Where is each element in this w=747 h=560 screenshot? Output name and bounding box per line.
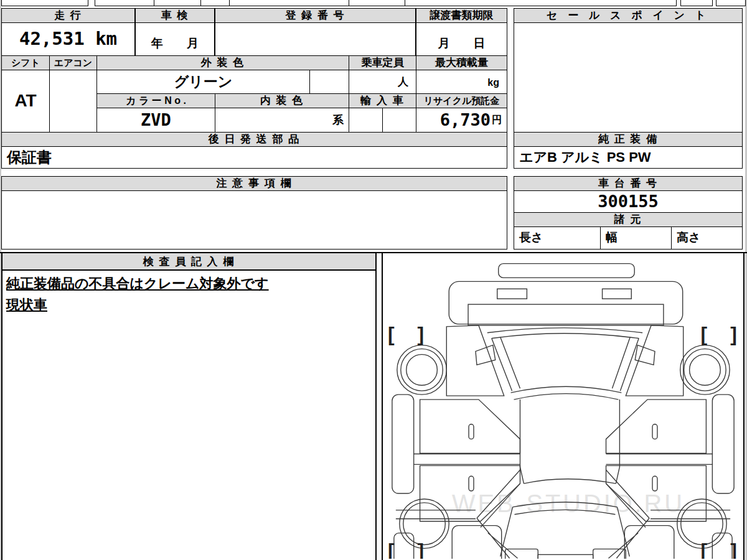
wheel-front-right <box>680 345 730 394</box>
car-diagram: WEB-STUDIO.RU <box>383 253 743 559</box>
max-load-value: kg <box>416 70 507 94</box>
later-parts-value: 保証書 <box>1 146 507 169</box>
sill-right <box>712 394 734 493</box>
spec-height-label: 高さ <box>677 231 700 245</box>
chassis-no-value-text: 300155 <box>598 192 659 211</box>
inspector-box: 検 査 員 記 入 欄 純正装備品の不具合はクレーム対象外です 現状車 <box>1 252 377 560</box>
exterior-color-value-text: グリーン <box>174 74 233 90</box>
transfer-deadline-header: 譲渡書類期限 <box>416 8 507 23</box>
a-pillar-left-inner <box>500 337 520 388</box>
import-car-header-label: 輸 入 車 <box>360 95 404 107</box>
a-pillar-left <box>492 338 512 391</box>
top-strip-cell <box>95 0 154 6</box>
max-load-unit: kg <box>487 77 499 88</box>
color-no-value: ZVD <box>96 108 215 133</box>
inspection-header-label: 車 検 <box>161 10 189 22</box>
exterior-color-header-label: 外 装 色 <box>201 57 245 69</box>
rear-bumper-left <box>505 549 538 559</box>
roof-side-left <box>520 399 524 483</box>
exterior-color-value: グリーン <box>96 70 310 94</box>
spec-height-cell: 高さ <box>671 226 743 250</box>
chassis-no-value: 300155 <box>514 190 743 213</box>
wheel-front-left <box>397 345 446 394</box>
wheel-front-left-rim <box>401 349 443 391</box>
genuine-equipment-value-text: エアB アルミ PS PW <box>519 150 651 165</box>
exterior-color-sub-cell <box>309 70 349 94</box>
capacity-header: 乗車定員 <box>349 55 416 70</box>
door-handle-front-left <box>469 424 474 439</box>
inspector-line: 現状車 <box>6 296 372 314</box>
inspection-value-text: 年 月 <box>151 37 199 50</box>
inspector-header-label: 検 査 員 記 入 欄 <box>143 254 235 269</box>
a-pillar-right-inner <box>612 337 630 388</box>
shift-header-label: シフト <box>11 58 40 68</box>
sales-point-header-label: セ ー ル ス ポ イ ン ト <box>547 10 710 22</box>
rear-quarter-right <box>624 526 674 559</box>
chassis-no-header-label: 車 台 番 号 <box>598 178 658 190</box>
wheel-rear-left <box>400 499 449 548</box>
transfer-deadline-value-text: 月 日 <box>438 37 486 50</box>
inspector-content: 純正装備品の不具合はクレーム対象外です 現状車 <box>2 271 375 319</box>
bracket-icon: ] <box>730 323 737 345</box>
roof-front-edge-inner <box>514 394 619 399</box>
mirror-left <box>476 345 496 365</box>
mileage-value: 42,531 km <box>1 22 135 56</box>
bracket-icon: [ <box>700 539 707 559</box>
max-load-header-label: 最大積載量 <box>435 57 488 69</box>
aircon-header: エアコン <box>49 55 97 70</box>
transfer-deadline-header-label: 譲渡書類期限 <box>430 10 494 22</box>
import-car-cell-1 <box>349 108 383 133</box>
top-strip-cell <box>200 0 230 6</box>
inspector-line: 純正装備品の不具合はクレーム対象外です <box>6 274 372 293</box>
chassis-no-header: 車 台 番 号 <box>514 176 743 191</box>
corner-brackets: [ ] [ ] [ ] [ ] <box>388 323 737 559</box>
interior-color-suffix: 系 <box>332 114 344 127</box>
car-diagram-box: WEB-STUDIO.RU <box>382 252 745 560</box>
notes-value <box>1 190 507 250</box>
genuine-equipment-header-label: 純 正 装 備 <box>598 134 658 146</box>
spec-width-label: 幅 <box>606 231 618 245</box>
inspector-header: 検 査 員 記 入 欄 <box>2 253 375 271</box>
later-parts-value-text: 保証書 <box>7 149 52 166</box>
front-bumper <box>499 264 634 278</box>
inspection-header: 車 検 <box>135 8 215 23</box>
front-door-left <box>420 399 520 453</box>
door-handle-rear-right <box>652 476 657 491</box>
top-strip-cell <box>229 0 349 6</box>
top-strip-cell <box>680 0 713 6</box>
top-strip-cell <box>349 0 405 6</box>
import-car-header: 輸 入 車 <box>349 93 416 108</box>
shift-header: シフト <box>1 55 50 70</box>
door-handle-front-right <box>652 424 657 439</box>
interior-color-value: 系 <box>215 108 349 133</box>
spec-length-label: 長さ <box>519 231 543 245</box>
front-panel <box>449 281 682 324</box>
hood-panel <box>468 304 664 325</box>
interior-color-header-label: 内 装 色 <box>260 95 304 107</box>
inspection-value: 年 月 <box>135 22 215 56</box>
color-no-value-text: ZVD <box>141 111 171 129</box>
mileage-value-text: 42,531 km <box>19 29 117 49</box>
transfer-deadline-value: 月 日 <box>416 22 507 56</box>
mileage-header: 走 行 <box>1 8 135 23</box>
mileage-header-label: 走 行 <box>54 10 82 22</box>
roof-front-edge <box>511 386 622 393</box>
wheel-rear-right-rim <box>681 503 723 545</box>
notes-header-label: 注 意 事 項 欄 <box>217 178 293 190</box>
color-no-header-label: カ ラ ー N o . <box>126 95 186 106</box>
later-parts-header: 後 日 発 送 部 品 <box>1 132 507 147</box>
door-handle-rear-left <box>469 476 474 491</box>
spec-width-cell: 幅 <box>600 226 672 250</box>
roof-side-right <box>616 399 619 483</box>
rear-window-top <box>524 479 616 483</box>
sales-point-header: セ ー ル ス ポ イ ン ト <box>514 8 743 23</box>
front-door-right <box>606 399 707 453</box>
watermark-text: WEB-STUDIO.RU <box>452 490 685 517</box>
bracket-icon: ] <box>418 323 425 345</box>
specs-header: 諸 元 <box>514 212 743 227</box>
shift-value: AT <box>1 70 50 133</box>
aircon-value <box>49 70 97 133</box>
windshield-base-inner <box>492 334 639 338</box>
sill-left <box>392 394 414 493</box>
auction-sheet: 走 行 車 検 登 録 番 号 譲渡書類期限 42,531 km 年 月 月 日… <box>0 0 747 560</box>
